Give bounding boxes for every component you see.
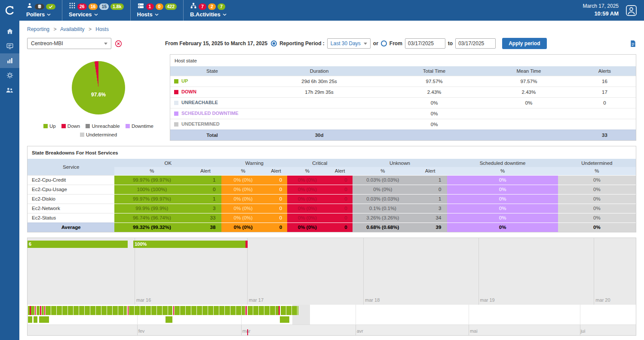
sidebar-item-reporting[interactable] <box>0 53 19 68</box>
gear-icon <box>6 71 14 79</box>
cell-service-name[interactable]: Ec2-Cpu-Usage <box>28 185 114 194</box>
brush-ok-bar-secondary <box>34 316 37 323</box>
cell-ok-pct: 100% (100%) <box>114 185 189 194</box>
brush-ok-bar <box>31 306 34 315</box>
brush-ok-bar <box>175 306 245 315</box>
timeline-gridline <box>478 238 479 305</box>
user-profile-icon[interactable] <box>626 5 637 16</box>
hosts-unreachable-badge[interactable]: 0 <box>156 3 163 10</box>
nav-bactivities[interactable]: 7 2 7 B.Activities <box>183 0 233 21</box>
bactivities-ok-badge[interactable]: 7 <box>218 3 225 10</box>
sidebar-item-configuration[interactable] <box>0 68 19 83</box>
cell-duration <box>254 119 384 130</box>
hosts-down-badge[interactable]: 1 <box>146 3 154 10</box>
people-icon <box>6 87 14 94</box>
cell-mean-time <box>484 108 573 119</box>
segment-value-label: 100% <box>133 241 245 248</box>
clear-circle-x-icon <box>115 40 122 47</box>
timeline-month-axis[interactable]: fevmaravrmaijui <box>28 325 636 335</box>
centreon-logo[interactable] <box>0 0 20 21</box>
sidebar-item-administration[interactable] <box>0 83 19 97</box>
brush-down-bar <box>35 306 36 315</box>
bar-chart-icon <box>6 57 14 65</box>
bactivities-warning-badge[interactable]: 2 <box>208 3 216 10</box>
cell-service-name[interactable]: Ec2-Network <box>28 204 114 213</box>
brush-ok-bar <box>129 306 172 315</box>
cell-warning-alert: 0 <box>265 194 287 204</box>
export-report-button[interactable] <box>630 40 636 47</box>
brush-down-bar <box>30 306 31 315</box>
cell-sched-pct: 0% <box>447 194 558 204</box>
services-warning-badge[interactable]: 16 <box>89 3 98 10</box>
nav-services[interactable]: 26 16 15 1.8k Services <box>62 0 130 21</box>
state-unreachable-label: UNREACHABLE <box>181 100 218 105</box>
services-ok-badge[interactable]: 1.8k <box>110 3 123 10</box>
cell-state: UP <box>170 76 254 87</box>
timeline-brush[interactable] <box>28 305 636 325</box>
cell-critical-alert: 0 <box>328 175 353 185</box>
custom-period-radio[interactable] <box>381 40 387 46</box>
breadcrumb-hosts[interactable]: Hosts <box>95 26 109 32</box>
breadcrumb-reporting[interactable]: Reporting <box>27 26 49 32</box>
cell-mean-time: 0% <box>484 97 573 108</box>
brush-gridline <box>469 305 469 325</box>
state-downtime-label: SCHEDULED DOWNTIME <box>181 111 239 116</box>
axis-gridline <box>241 325 242 335</box>
breadcrumb-availability[interactable]: Availability <box>60 26 84 32</box>
host-state-pie[interactable]: 97.6% <box>72 61 125 114</box>
bactivities-critical-badge[interactable]: 7 <box>199 3 206 10</box>
clear-filter-button[interactable] <box>115 40 122 47</box>
cell-service-name[interactable]: Ec2-Status <box>28 213 114 223</box>
average-row: Average 99.32% (99.32%) 38 0% (0%) 0 0% … <box>28 223 636 232</box>
sidebar-item-monitoring[interactable] <box>0 39 19 53</box>
cell-empty <box>384 130 484 140</box>
cell-service-name[interactable]: Ec2-Cpu-Credit <box>28 175 114 185</box>
state-unreachable-swatch <box>174 101 178 105</box>
home-icon <box>6 28 14 35</box>
host-state-panel: Host state State Duration Total Time Mea… <box>170 54 636 141</box>
hosts-up-badge[interactable]: 422 <box>165 3 177 10</box>
cell-sched-pct: 0% <box>447 213 558 223</box>
state-breakdowns-title: State Breakdowns For Host Services <box>28 146 636 159</box>
cell-unknown-alert: 39 <box>413 223 447 232</box>
host-state-title: Host state <box>170 55 636 66</box>
period-select-value: Last 30 Days <box>331 40 361 46</box>
monitoring-icon <box>6 42 14 50</box>
nav-pollers[interactable]: Pollers <box>20 0 62 21</box>
brush-down-bar <box>245 306 247 315</box>
cell-warning-alert: 0 <box>265 185 287 194</box>
breadcrumb-separator: > <box>53 26 56 32</box>
services-pending-badge[interactable]: 15 <box>99 3 109 10</box>
cell-total-label: Total <box>170 130 254 140</box>
cell-warning-alert: 0 <box>265 213 287 223</box>
host-state-total-row: Total 30d 33 <box>170 130 636 140</box>
host-state-row-up: UP 29d 6h 30m 25s 97.57% 97.57% 16 <box>170 76 636 87</box>
host-group-select[interactable]: Centreon-MBI <box>27 38 111 49</box>
cell-duration <box>254 108 384 119</box>
services-critical-badge[interactable]: 26 <box>77 3 87 10</box>
brush-down-bar <box>44 306 45 315</box>
cell-mean-time: 2.43% <box>484 87 573 97</box>
timeline-main-plot[interactable]: mar 16mar 17mar 18mar 19mar 206100% <box>28 238 636 305</box>
timeline-date-label: mar 20 <box>595 297 610 303</box>
to-date-input[interactable] <box>455 38 496 49</box>
cell-service-name[interactable]: Ec2-Diskio <box>28 194 114 204</box>
host-state-header-row: State Duration Total Time Mean Time Aler… <box>170 66 636 76</box>
timeline-gridline <box>247 238 248 305</box>
sidebar-item-home[interactable] <box>0 24 19 39</box>
current-time: 10:59 AM <box>583 10 619 18</box>
col-warning-pct: % <box>221 167 264 175</box>
cell-total-time: 0% <box>384 108 484 119</box>
cell-alerts: 17 <box>573 87 636 97</box>
nav-hosts[interactable]: 1 0 422 Hosts <box>130 0 184 21</box>
apply-period-button[interactable]: Apply period <box>502 38 546 49</box>
col-critical-alert: Alert <box>328 167 353 175</box>
poller-database-badge <box>35 4 44 9</box>
cell-total-time: 97.57% <box>384 76 484 87</box>
from-date-input[interactable] <box>405 38 445 49</box>
cell-duration: 17h 29m 35s <box>254 87 384 97</box>
reporting-period-radio[interactable] <box>271 40 277 46</box>
cell-unknown-alert: 1 <box>413 175 447 185</box>
cell-total-alerts: 33 <box>573 130 636 140</box>
period-select[interactable]: Last 30 Days <box>327 38 371 49</box>
